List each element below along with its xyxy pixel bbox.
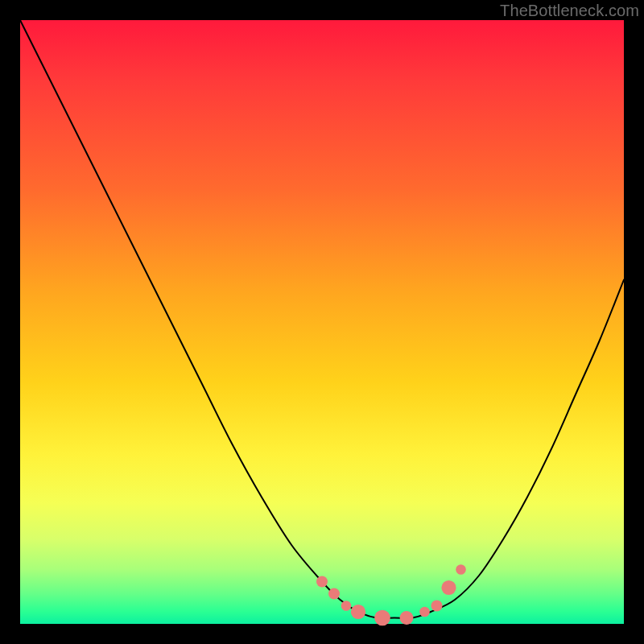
chart-svg	[20, 20, 624, 624]
chart-frame: TheBottleneck.com	[0, 0, 644, 644]
marker-dot	[400, 611, 414, 625]
bottleneck-curve	[20, 20, 624, 618]
marker-dot	[351, 605, 365, 619]
marker-dot	[456, 564, 466, 575]
marker-dot	[419, 607, 430, 617]
marker-dot	[431, 601, 443, 612]
marker-dot	[316, 576, 328, 588]
marker-dot	[441, 580, 456, 595]
marker-dot	[374, 610, 390, 626]
bottom-dots	[316, 564, 466, 625]
marker-dot	[328, 588, 340, 600]
marker-dot	[341, 601, 352, 611]
chart-plot-area	[20, 20, 624, 624]
watermark-text: TheBottleneck.com	[500, 2, 639, 20]
